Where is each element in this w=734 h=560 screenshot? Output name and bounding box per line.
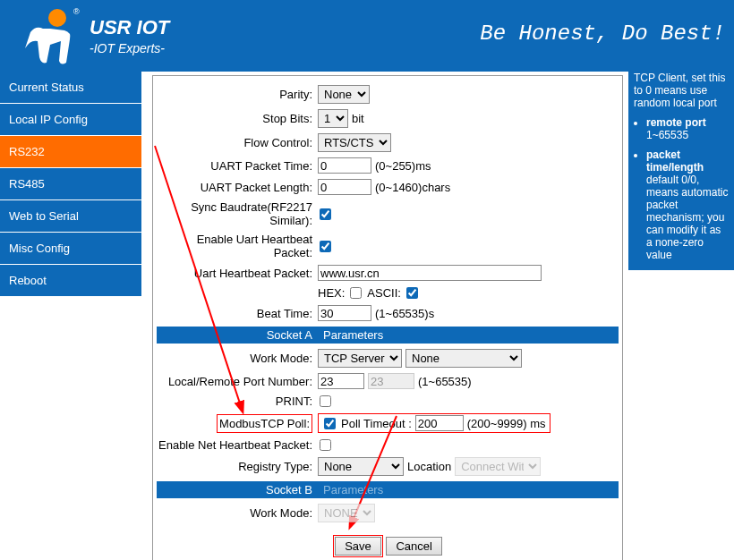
- ascii-checkbox[interactable]: [406, 287, 418, 299]
- port-suffix: (1~65535): [418, 375, 472, 388]
- ascii-label: ASCII:: [367, 286, 401, 300]
- hex-checkbox[interactable]: [350, 287, 362, 299]
- stopbits-select[interactable]: 1: [318, 109, 348, 128]
- flow-select[interactable]: RTS/CTS: [318, 133, 391, 152]
- sidebar-item-web-to-serial[interactable]: Web to Serial: [0, 200, 141, 233]
- work-mode-a-label: Work Mode:: [157, 352, 318, 365]
- work-mode-a-select2[interactable]: None: [405, 349, 522, 368]
- cancel-button[interactable]: Cancel: [386, 537, 441, 556]
- flow-label: Flow Control:: [157, 136, 318, 149]
- sidebar-item-misc-config[interactable]: Misc Config: [0, 233, 141, 265]
- poll-timeout-input[interactable]: [415, 415, 464, 431]
- stopbits-suffix: bit: [352, 112, 364, 125]
- work-mode-b-label: Work Mode:: [157, 506, 318, 520]
- content-panel: Parity:None Stop Bits:1bit Flow Control:…: [152, 75, 623, 560]
- sidebar-item-rs232[interactable]: RS232: [0, 136, 141, 168]
- parity-select[interactable]: None: [318, 85, 370, 104]
- help-item-title-1: packet time/length: [646, 148, 704, 174]
- location-select: Connect With: [455, 457, 541, 476]
- poll-timeout-suffix: (200~9999) ms: [467, 417, 546, 430]
- local-port-input[interactable]: [318, 373, 364, 389]
- modbus-checkbox[interactable]: [324, 418, 336, 429]
- work-mode-b-select: NONE: [318, 504, 375, 522]
- uart-time-label: UART Packet Time:: [157, 159, 318, 173]
- help-panel: TCP Client, set this to 0 means use rand…: [628, 72, 734, 270]
- socket-a-header: Socket AParameters: [157, 327, 619, 344]
- socket-b-header: Socket BParameters: [157, 481, 619, 498]
- remote-port-input: [368, 373, 414, 389]
- slogan: Be Honest, Do Best!: [480, 21, 725, 46]
- beat-time-input[interactable]: [318, 305, 371, 321]
- uart-hb-pkt-input[interactable]: [318, 265, 542, 281]
- enable-uart-hb-checkbox[interactable]: [320, 241, 331, 252]
- help-pre-text: TCP Client, set this to 0 means use rand…: [634, 72, 729, 109]
- hex-label: HEX:: [318, 286, 345, 300]
- sync-checkbox[interactable]: [320, 208, 331, 220]
- registry-select[interactable]: None: [318, 457, 404, 476]
- sidebar-item-reboot[interactable]: Reboot: [0, 265, 141, 297]
- sidebar-item-rs485[interactable]: RS485: [0, 168, 141, 200]
- beat-time-label: Beat Time:: [157, 307, 318, 320]
- sidebar: Current Status Local IP Config RS232 RS4…: [0, 72, 141, 297]
- help-item-text-1: default 0/0, means automatic packet mech…: [646, 174, 728, 261]
- logo-icon: ®: [18, 5, 82, 66]
- parity-label: Parity:: [157, 88, 318, 101]
- registry-label: Registry Type:: [157, 460, 318, 473]
- uart-hb-pkt-label: Uart Heartbeat Packet:: [157, 267, 318, 280]
- enable-net-hb-checkbox[interactable]: [320, 439, 331, 451]
- poll-timeout-label: Poll Timeout :: [341, 417, 412, 430]
- help-item-title-0: remote port: [646, 116, 706, 129]
- help-item-text-0: 1~65535: [646, 129, 688, 141]
- save-button[interactable]: Save: [335, 537, 381, 556]
- svg-point-0: [48, 9, 66, 27]
- beat-time-suffix: (1~65535)s: [375, 307, 434, 320]
- sidebar-item-current-status[interactable]: Current Status: [0, 72, 141, 104]
- work-mode-a-select[interactable]: TCP Server: [318, 349, 402, 368]
- stopbits-label: Stop Bits:: [157, 112, 318, 125]
- uart-len-label: UART Packet Length:: [157, 181, 318, 194]
- modbus-label: ModbusTCP Poll:: [217, 414, 312, 433]
- header: ® USR IOT -IOT Experts- Be Honest, Do Be…: [0, 0, 734, 72]
- print-checkbox[interactable]: [320, 395, 331, 407]
- location-label: Location: [407, 460, 451, 473]
- logo-title: USR IOT: [90, 16, 169, 39]
- uart-len-input[interactable]: [318, 179, 371, 195]
- sync-label: Sync Baudrate(RF2217 Similar):: [157, 200, 318, 227]
- logo: ® USR IOT -IOT Experts-: [18, 5, 169, 66]
- print-label: PRINT:: [157, 395, 318, 408]
- enable-net-hb-label: Enable Net Heartbeat Packet:: [157, 438, 318, 452]
- logo-subtitle: -IOT Experts-: [90, 41, 169, 55]
- port-label: Local/Remote Port Number:: [157, 375, 318, 388]
- svg-text:®: ®: [73, 7, 80, 16]
- uart-len-suffix: (0~1460)chars: [375, 181, 450, 194]
- enable-uart-hb-label: Enable Uart Heartbeat Packet:: [157, 233, 318, 259]
- sidebar-item-local-ip[interactable]: Local IP Config: [0, 104, 141, 136]
- uart-time-input[interactable]: [318, 157, 371, 174]
- uart-time-suffix: (0~255)ms: [375, 159, 431, 173]
